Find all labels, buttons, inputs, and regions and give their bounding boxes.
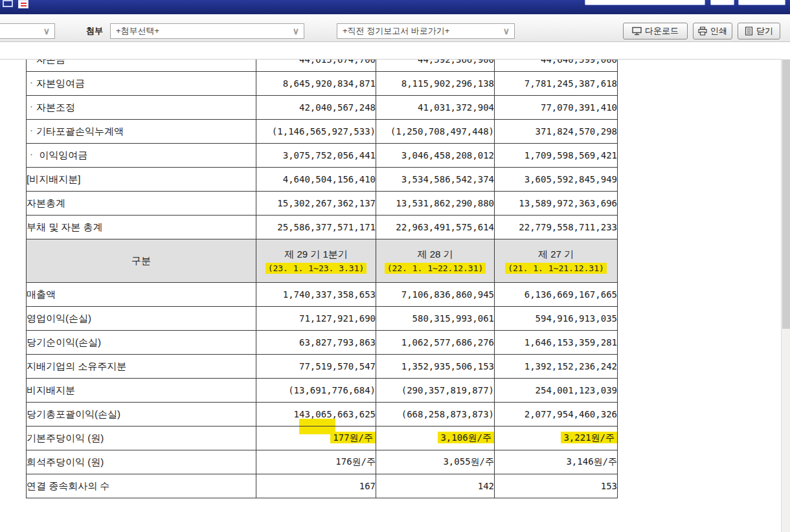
row-value: 44,592,366,900 xyxy=(376,59,495,72)
row-value: 371,824,570,298 xyxy=(495,120,618,144)
value-highlight: 3,106원/주 xyxy=(438,432,494,443)
chevron-down-icon: ∨ xyxy=(503,24,510,38)
row-label: ㆍ 이익잉여금 xyxy=(27,144,256,168)
row-value: 25,586,377,571,171 xyxy=(256,216,376,239)
table-row: 연결 종속회사의 수167142153 xyxy=(27,474,618,498)
row-value: 8,645,920,834,871 xyxy=(256,72,376,96)
printer-icon xyxy=(698,27,707,36)
table-row: 부채 및 자본 총계25,586,377,571,17122,963,491,5… xyxy=(27,216,618,239)
row-value: 1,646,153,359,281 xyxy=(495,331,618,355)
table-row: 자본총계15,302,267,362,13713,531,862,290,880… xyxy=(27,192,618,216)
period-range-highlight: (22. 1. 1~22.12.31) xyxy=(385,263,486,274)
header-col-27: 제 27 기 (21. 1. 1~21.12.31) xyxy=(495,239,618,283)
table-row: ㆍ자본잉여금8,645,920,834,8718,115,902,296,138… xyxy=(27,72,618,96)
row-value: 580,315,993,061 xyxy=(376,307,495,331)
row-label: 당기총포괄이익(손실) xyxy=(27,403,256,427)
clipped-button-small[interactable] xyxy=(710,0,734,5)
income-statement-section: 매출액1,740,337,358,6537,106,836,860,9456,1… xyxy=(27,283,618,498)
row-value: 3,055원/주 xyxy=(376,450,495,474)
top-navy-bar xyxy=(0,0,790,14)
row-value: 167 xyxy=(256,474,376,498)
document-icon xyxy=(745,27,753,36)
row-value: 594,916,913,035 xyxy=(495,307,618,331)
row-value: 1,740,337,358,653 xyxy=(256,283,376,307)
row-value: (13,691,776,684) xyxy=(256,379,376,403)
table-row: [비지배지분]4,640,504,156,4103,534,586,542,37… xyxy=(27,168,618,192)
row-value: 3,046,458,208,012 xyxy=(376,144,495,168)
viewer-toolbar: ∨ 첨부 +첨부선택+ ∨ +직전 정기보고서 바로가기+ ∨ 다운로드 인쇄 xyxy=(0,14,790,42)
row-value: 1,392,152,236,242 xyxy=(495,355,618,379)
attach-label: 첨부 xyxy=(86,23,103,39)
close-button-label: 닫기 xyxy=(756,25,773,37)
clipped-search-input[interactable] xyxy=(585,0,705,5)
row-label: 자본총계 xyxy=(27,192,256,216)
print-button[interactable]: 인쇄 xyxy=(693,23,732,39)
vertical-scrollbar[interactable] xyxy=(781,59,790,532)
download-button[interactable]: 다운로드 xyxy=(623,23,688,39)
row-value: 1,062,577,686,276 xyxy=(376,331,495,355)
row-value: 3,106원/주 xyxy=(376,427,495,450)
chevron-down-icon: ∨ xyxy=(293,24,299,38)
row-value: 22,779,558,711,233 xyxy=(495,216,618,239)
row-label: ㆍ자본조정 xyxy=(27,96,256,120)
period-title: 제 29 기 1분기 xyxy=(256,247,376,262)
print-button-label: 인쇄 xyxy=(710,25,727,37)
left-select[interactable]: ∨ xyxy=(0,23,55,39)
row-value: 13,589,972,363,696 xyxy=(495,192,618,216)
period-title: 제 28 기 xyxy=(376,247,494,262)
row-label: 지배기업의 소유주지분 xyxy=(27,355,256,379)
row-value: 3,146원/주 xyxy=(495,450,618,474)
table-row: 지배기업의 소유주지분77,519,570,5471,352,935,506,1… xyxy=(27,355,618,379)
row-label: 비지배지분 xyxy=(27,379,256,403)
table-row: 비지배지분(13,691,776,684)(290,357,819,877)25… xyxy=(27,379,618,403)
report-document-area: ㆍ자본금44,615,674,70044,592,366,90044,640,5… xyxy=(0,59,781,532)
row-value: 8,115,902,296,138 xyxy=(376,72,495,96)
row-value: 77,070,391,410 xyxy=(495,96,618,120)
download-button-label: 다운로드 xyxy=(645,25,679,37)
row-value: 1,709,598,569,421 xyxy=(495,144,618,168)
attachment-select[interactable]: +첨부선택+ ∨ xyxy=(110,23,304,39)
previous-report-select-value: +직전 정기보고서 바로가기+ xyxy=(337,24,449,38)
row-label: ㆍ자본금 xyxy=(27,59,256,72)
table-row: 희석주당이익 (원)176원/주3,055원/주3,146원/주 xyxy=(27,450,618,474)
row-value: 2,077,954,460,326 xyxy=(495,403,618,427)
scrollbar-thumb[interactable] xyxy=(782,60,790,329)
row-value: (1,250,708,497,448) xyxy=(376,120,495,144)
row-value: 13,531,862,290,880 xyxy=(376,192,495,216)
table-row: ㆍ자본조정42,040,567,24841,031,372,90477,070,… xyxy=(27,96,618,120)
row-value: 3,534,586,542,374 xyxy=(376,168,495,192)
balance-sheet-section: ㆍ자본금44,615,674,70044,592,366,90044,640,5… xyxy=(27,59,618,239)
row-value: 3,605,592,845,949 xyxy=(495,168,618,192)
financial-table: ㆍ자본금44,615,674,70044,592,366,90044,640,5… xyxy=(26,59,618,498)
previous-report-select[interactable]: +직전 정기보고서 바로가기+ ∨ xyxy=(337,23,515,39)
row-value: 63,827,793,863 xyxy=(256,331,376,355)
row-value: 15,302,267,362,137 xyxy=(256,192,376,216)
table-row: 매출액1,740,337,358,6537,106,836,860,9456,1… xyxy=(27,283,618,307)
row-label: 기본주당이익 (원) xyxy=(27,427,256,450)
row-label: 부채 및 자본 총계 xyxy=(27,216,256,239)
period-range-highlight: (21. 1. 1~21.12.31) xyxy=(505,263,607,274)
row-label: 당기순이익(손실) xyxy=(27,331,256,355)
row-label: ㆍ자본잉여금 xyxy=(27,72,256,96)
period-header-section: 구분 제 29 기 1분기 (23. 1. 1~23. 3.31) 제 28 기… xyxy=(27,239,618,283)
chevron-down-icon: ∨ xyxy=(43,24,50,38)
row-value: 77,519,570,547 xyxy=(256,355,376,379)
monitor-icon xyxy=(632,27,642,36)
row-value: 44,615,674,700 xyxy=(256,59,376,72)
clipped-button[interactable] xyxy=(738,0,785,5)
row-value: 6,136,669,167,665 xyxy=(495,283,618,307)
row-value: 71,127,921,690 xyxy=(256,307,376,331)
row-label: ㆍ기타포괄손익누계액 xyxy=(27,120,256,144)
value-highlight: 177원/주 xyxy=(330,432,376,443)
header-col-q29: 제 29 기 1분기 (23. 1. 1~23. 3.31) xyxy=(256,239,376,283)
header-col-28: 제 28 기 (22. 1. 1~22.12.31) xyxy=(376,239,495,283)
row-value: 41,031,372,904 xyxy=(376,96,495,120)
row-value: 143,065,663,625 xyxy=(256,403,376,427)
row-value: 177원/주 xyxy=(256,427,376,450)
row-label: [비지배지분] xyxy=(27,168,256,192)
row-value: (290,357,819,877) xyxy=(376,379,495,403)
logo-icon xyxy=(18,0,28,8)
row-label: 매출액 xyxy=(27,283,256,307)
close-button[interactable]: 닫기 xyxy=(738,23,780,39)
table-row: ㆍ자본금44,615,674,70044,592,366,90044,640,5… xyxy=(27,59,618,72)
